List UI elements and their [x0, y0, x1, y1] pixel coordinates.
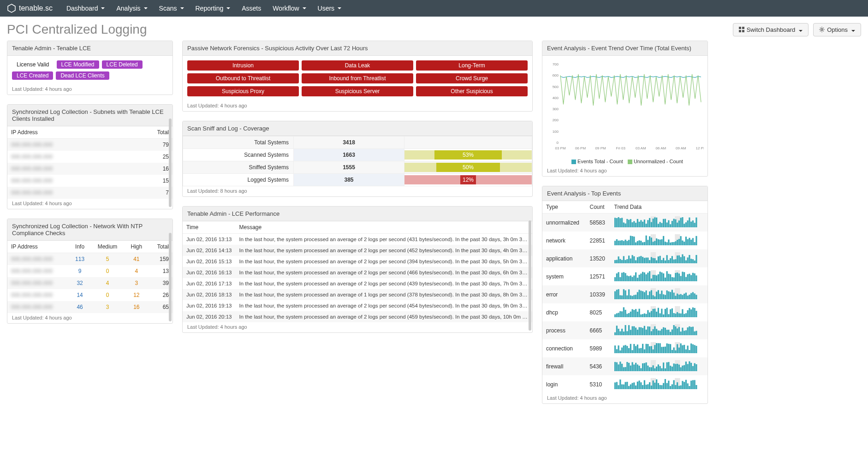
table-row[interactable]: 000.000.000.00025 — [7, 151, 172, 163]
table-row[interactable]: Jun 02, 2016 13:13In the last hour, the … — [183, 234, 532, 245]
col-ip: IP Address — [7, 241, 69, 253]
svg-rect-429 — [659, 343, 660, 353]
nav-workflow[interactable]: Workflow — [273, 5, 306, 12]
activity-intrusion[interactable]: Intrusion — [187, 60, 299, 71]
svg-rect-240 — [618, 289, 619, 299]
table-row[interactable]: 000.000.000.00079 — [7, 139, 172, 151]
table-row[interactable]: 000.000.000.0007 — [7, 187, 172, 199]
page-title: PCI Centralized Logging — [7, 22, 147, 37]
svg-rect-148 — [645, 258, 647, 263]
cell-type: error — [542, 285, 586, 303]
svg-rect-244 — [624, 290, 626, 299]
svg-rect-223 — [675, 273, 676, 281]
activity-crowd-surge[interactable]: Crowd Surge — [416, 73, 528, 83]
table-row[interactable]: unnormalized58583 — [542, 213, 707, 232]
activity-suspicious-server[interactable]: Suspicious Server — [302, 86, 413, 96]
options-button[interactable]: Options — [813, 23, 861, 36]
svg-rect-516 — [628, 386, 630, 389]
activity-suspicious-proxy[interactable]: Suspicious Proxy — [187, 86, 299, 96]
scrollbar[interactable] — [169, 233, 172, 321]
svg-rect-400 — [614, 345, 616, 353]
svg-rect-499 — [682, 366, 683, 371]
table-row[interactable]: Jun 02, 2016 14:13In the last hour, the … — [183, 245, 532, 256]
switch-dashboard-button[interactable]: Switch Dashboard — [733, 23, 809, 36]
svg-rect-468 — [638, 366, 640, 371]
svg-rect-169 — [675, 259, 676, 263]
svg-rect-127 — [692, 238, 693, 245]
svg-text:03 PM: 03 PM — [555, 146, 565, 150]
svg-rect-129 — [696, 236, 697, 245]
tag-dead-lce-clients[interactable]: Dead LCE Clients — [56, 71, 109, 80]
svg-rect-539 — [663, 383, 664, 389]
scrollbar[interactable] — [529, 220, 531, 331]
svg-rect-446 — [684, 345, 685, 353]
svg-rect-73 — [692, 220, 693, 227]
activity-other-suspicious[interactable]: Other Suspicious — [416, 86, 528, 96]
activity-inbound-from-threatlist[interactable]: Inbound from Threatlist — [302, 73, 413, 83]
table-row[interactable]: connection5989 — [542, 339, 707, 357]
svg-rect-252 — [638, 290, 640, 299]
svg-rect-326 — [668, 314, 669, 317]
table-row[interactable]: firewall5436 — [542, 357, 707, 375]
panel-title: Synchronized Log Collection - Subnets wi… — [7, 105, 172, 126]
nav-reporting[interactable]: Reporting — [196, 5, 231, 12]
table-row[interactable]: Jun 02, 2016 20:13In the last hour, the … — [183, 311, 532, 322]
table-row[interactable]: 000.000.000.000113541159 — [7, 253, 172, 266]
nav-dashboard[interactable]: Dashboard — [66, 5, 105, 12]
svg-rect-111 — [670, 243, 671, 245]
cell-message: In the last hour, the system processed a… — [235, 245, 532, 256]
svg-rect-401 — [616, 349, 617, 353]
svg-rect-528 — [649, 382, 650, 389]
activity-outbound-to-threatlist[interactable]: Outbound to Threatlist — [187, 73, 299, 83]
svg-rect-561 — [696, 385, 697, 389]
svg-rect-197 — [636, 278, 638, 281]
table-row[interactable]: system12571 — [542, 267, 707, 285]
nav-assets[interactable]: Assets — [242, 5, 261, 12]
table-row[interactable]: 000.000.000.00016 — [7, 163, 172, 175]
table-row[interactable]: Jun 02, 2016 18:13In the last hour, the … — [183, 289, 532, 300]
svg-rect-320 — [657, 308, 659, 317]
cell-trend — [611, 357, 707, 375]
svg-rect-558 — [690, 381, 692, 389]
svg-rect-504 — [690, 363, 692, 371]
table-row[interactable]: Jun 02, 2016 17:13In the last hour, the … — [183, 278, 532, 289]
svg-rect-380 — [668, 330, 669, 335]
sparkline — [614, 216, 697, 227]
svg-rect-406 — [624, 345, 626, 353]
table-row[interactable]: Jun 02, 2016 15:13In the last hour, the … — [183, 256, 532, 267]
svg-rect-106 — [661, 239, 662, 245]
scrollbar[interactable] — [169, 118, 172, 207]
table-row[interactable]: 000.000.000.00015 — [7, 175, 172, 187]
table-row[interactable]: application13520 — [542, 249, 707, 267]
tag-lce-created[interactable]: LCE Created — [12, 71, 53, 80]
cov-label: Sniffed Systems — [183, 161, 294, 174]
tag-lce-modified[interactable]: LCE Modified — [57, 60, 99, 69]
table-row[interactable]: login5310 — [542, 375, 707, 393]
activity-long-term[interactable]: Long-Term — [416, 60, 528, 71]
ip-redacted: 000.000.000.000 — [11, 154, 53, 160]
svg-rect-84 — [628, 240, 630, 245]
svg-rect-231 — [685, 277, 686, 281]
nav-analysis[interactable]: Analysis — [116, 5, 147, 12]
svg-rect-198 — [638, 275, 640, 281]
table-row[interactable]: error10339 — [542, 285, 707, 303]
tag-lce-deleted[interactable]: LCE Deleted — [102, 60, 143, 69]
table-row[interactable]: network22851 — [542, 231, 707, 249]
trend-chart[interactable]: 010020030040050060070003 PM06 PM09 PMFri… — [546, 59, 704, 152]
activity-data-leak[interactable]: Data Leak — [302, 60, 413, 71]
table-row[interactable]: 000.000.000.0004631665 — [7, 301, 172, 313]
svg-rect-83 — [626, 241, 628, 246]
table-row[interactable]: Jun 02, 2016 19:13In the last hour, the … — [183, 300, 532, 311]
table-row[interactable]: 000.000.000.0001401226 — [7, 289, 172, 301]
table-row[interactable]: dhcp8025 — [542, 303, 707, 321]
svg-rect-192 — [628, 276, 630, 281]
table-row[interactable]: Jun 02, 2016 16:13In the last hour, the … — [183, 267, 532, 278]
table-row[interactable]: 000.000.000.000324339 — [7, 277, 172, 289]
nav-users[interactable]: Users — [318, 5, 342, 12]
table-row[interactable]: process6665 — [542, 321, 707, 339]
nav-scans[interactable]: Scans — [159, 5, 184, 12]
tag-license-valid[interactable]: License Valid — [12, 60, 54, 69]
brand[interactable]: tenable.sc — [7, 4, 53, 13]
table-row[interactable]: 000.000.000.00090413 — [7, 265, 172, 277]
cell-message: In the last hour, the system processed a… — [235, 256, 532, 267]
